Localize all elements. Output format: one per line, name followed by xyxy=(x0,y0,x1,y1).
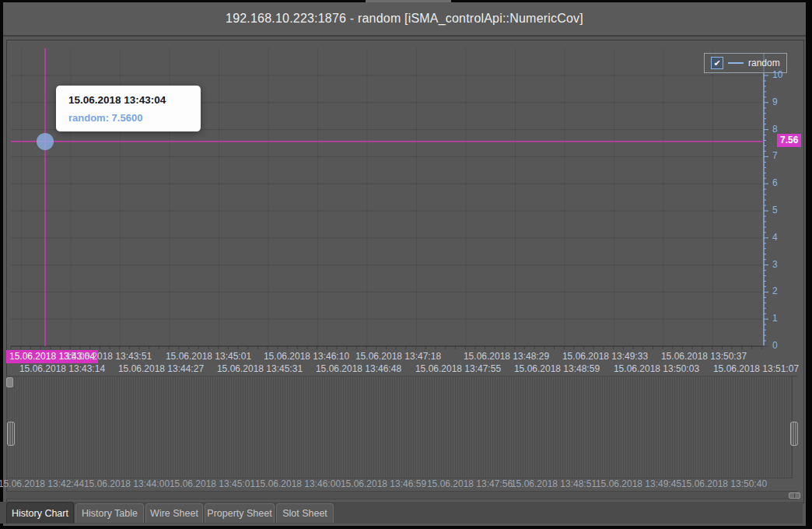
check-icon: ✔ xyxy=(713,59,720,68)
x-tick-label: 15.06.2018 13:50:37 xyxy=(661,351,747,362)
x-tick-label: 15.06.2018 13:45:31 xyxy=(217,363,303,374)
x-tick-label: 15.06.2018 13:50:03 xyxy=(614,363,699,374)
legend-checkbox[interactable]: ✔ xyxy=(711,57,723,69)
x-tick-label: 15.06.2018 13:49:33 xyxy=(562,351,648,362)
y-tick-label: 7 xyxy=(772,150,796,161)
legend-series-label: random xyxy=(748,58,780,68)
x-tick-label: 15.06.2018 13:44:27 xyxy=(118,363,204,374)
overview-scrollbar-thumb[interactable] xyxy=(789,492,800,499)
x-tick-label: 15.06.2018 13:46:10 xyxy=(264,351,349,362)
splitter-track xyxy=(6,376,797,377)
x-tick-label: 15.06.2018 13:48:59 xyxy=(514,363,600,374)
app-window: 192.168.10.223:1876 - random [iSMA_contr… xyxy=(0,0,812,529)
y-tick-label: 4 xyxy=(772,232,796,243)
overview-tick-label: 15.06.2018 13:44:00 xyxy=(84,478,170,489)
tab-wire-sheet[interactable]: Wire Sheet xyxy=(145,503,203,523)
x-tick-label: 15.06.2018 13:48:29 xyxy=(464,351,549,362)
x-tick-label: 15.06.2018 13:43:14 xyxy=(19,363,105,374)
tab-slot-sheet[interactable]: Slot Sheet xyxy=(276,503,334,523)
x-tick-label: 15.06.2018 13:51:07 xyxy=(713,363,799,374)
window-title: 192.168.10.223:1876 - random [iSMA_contr… xyxy=(226,12,583,26)
overview-tick-label: 15.06.2018 13:46:00 xyxy=(255,478,341,489)
tooltip-value: random: 7.5600 xyxy=(68,112,191,124)
range-handle-left[interactable] xyxy=(7,422,15,446)
window-frame-bottom xyxy=(0,526,812,529)
x-tick-label: 15.06.2018 13:45:01 xyxy=(166,351,251,362)
y-tick-label: 3 xyxy=(772,259,796,270)
overview-tick-label: 15.06.2018 13:48:51 xyxy=(511,478,597,489)
x-tick-label: 15.06.2018 13:43:51 xyxy=(66,351,152,362)
splitter-handle[interactable] xyxy=(6,377,13,387)
overview-tick-label: 15.06.2018 13:46:59 xyxy=(341,478,426,489)
x-tick-label: 15.06.2018 13:47:18 xyxy=(355,351,441,362)
y-tick-label: 6 xyxy=(772,177,796,188)
y-tick-label: 5 xyxy=(772,205,796,215)
legend-line-sample xyxy=(728,62,744,64)
y-axis-ticks xyxy=(764,75,768,346)
tab-property-sheet[interactable]: Property Sheet xyxy=(205,503,275,523)
y-tick-label: 10 xyxy=(772,69,796,80)
overview-tick-label: 15.06.2018 13:47:56 xyxy=(427,478,513,489)
selected-point-marker xyxy=(37,133,54,150)
tooltip: 15.06.2018 13:43:04 random: 7.5600 xyxy=(56,86,201,131)
overview-tick-label: 15.06.2018 13:42:44 xyxy=(0,478,84,489)
y-tick-label: 8 xyxy=(772,124,796,135)
title-bar: 192.168.10.223:1876 - random [iSMA_contr… xyxy=(3,2,806,37)
y-tick-label: 0 xyxy=(772,340,796,351)
crosshair-value-badge: 7.56 xyxy=(777,134,801,147)
tab-history-chart[interactable]: History Chart xyxy=(6,502,74,524)
x-tick-label: 15.06.2018 13:46:48 xyxy=(316,363,401,374)
range-handle-right[interactable] xyxy=(790,422,798,446)
overview-tick-label: 15.06.2018 13:49:45 xyxy=(596,478,681,489)
overview-tick-label: 15.06.2018 13:45:01 xyxy=(170,478,255,489)
overview-tick-label: 15.06.2018 13:50:40 xyxy=(681,478,767,489)
tab-history-table[interactable]: History Table xyxy=(75,503,144,523)
x-tick-label: 15.06.2018 13:47:55 xyxy=(415,363,501,374)
y-tick-label: 2 xyxy=(772,286,796,296)
y-tick-label: 9 xyxy=(772,96,796,107)
tooltip-timestamp: 15.06.2018 13:43:04 xyxy=(68,94,191,106)
view-tab-bar: History Chart History Table Wire Sheet P… xyxy=(0,502,803,524)
y-tick-label: 1 xyxy=(772,313,796,324)
overview-scrollbar-track[interactable] xyxy=(6,491,797,499)
